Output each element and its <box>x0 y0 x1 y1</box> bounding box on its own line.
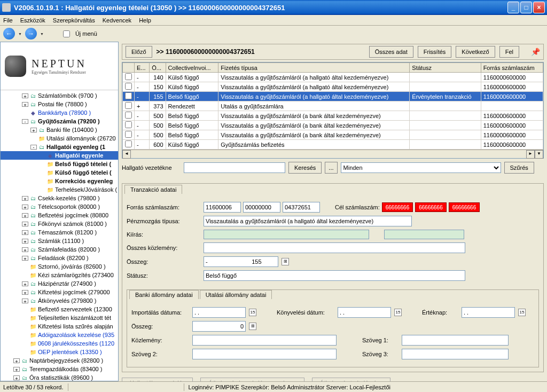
minimize-button[interactable]: _ <box>507 2 519 13</box>
filter-button[interactable]: Szűrés <box>504 162 534 174</box>
up-button[interactable]: Fel <box>499 46 519 58</box>
expand-icon[interactable]: + <box>22 299 28 303</box>
sz3-field[interactable] <box>402 349 509 359</box>
refresh-button[interactable]: Frissítés <box>418 46 452 58</box>
table-row[interactable]: - 500 Belső függő Visszautalás a gyűjtős… <box>123 130 543 140</box>
expand-icon[interactable]: - <box>22 119 28 124</box>
expand-icon[interactable]: + <box>30 128 37 132</box>
prev-button[interactable]: Előző <box>126 46 152 58</box>
pin-icon[interactable]: 📌 <box>531 48 540 56</box>
book-field[interactable] <box>338 307 391 318</box>
src-account-3[interactable] <box>283 202 320 213</box>
tree-item[interactable]: +🗂Számlafeladás (82000 ) <box>1 245 118 254</box>
scroll-right-icon[interactable]: ► <box>526 150 535 159</box>
column-header[interactable]: CollectiveInvoi... <box>166 63 218 73</box>
komm-field[interactable] <box>204 242 465 253</box>
scroll-left-icon[interactable]: ◄ <box>122 150 131 159</box>
row-checkbox[interactable] <box>125 131 132 138</box>
tree-item[interactable]: 📁Kézi számlarögzítés (273400 <box>1 271 118 279</box>
calendar-icon[interactable]: 15 <box>518 309 526 316</box>
tree-item[interactable]: +🗂Postai file (78800 ) <box>1 100 118 108</box>
tree-item[interactable]: 📁Teljesítetlen kiszámlázott tét <box>1 313 118 322</box>
tree-item[interactable]: +🗂Kifizetési jogcímek (279000 <box>1 288 118 296</box>
tree-item[interactable]: 📁Utalási állományok (26720 <box>1 134 118 143</box>
nav-forward-button[interactable]: → <box>25 28 37 40</box>
tree-item[interactable]: +🗂Számlák (11100 ) <box>1 237 118 245</box>
tree-item[interactable]: +🗂Témaszámok (81200 ) <box>1 228 118 237</box>
tab-bank[interactable]: Banki állomány adatai <box>129 290 199 299</box>
src-account-2[interactable] <box>243 202 280 213</box>
row-checkbox[interactable] <box>125 92 132 99</box>
sum-field[interactable] <box>204 256 278 267</box>
row-checkbox[interactable] <box>125 102 132 109</box>
tree-item[interactable]: 📁Belső függő tételei ( <box>1 160 118 168</box>
table-row[interactable]: - 500 Belső függő Visszautalás a gyűjtős… <box>123 121 543 130</box>
menu-tools[interactable]: Eszközök <box>20 17 45 23</box>
calendar-icon[interactable]: 15 <box>394 309 402 316</box>
tree-item[interactable]: 📁Sztornó, jóváírás (82600 ) <box>1 262 118 271</box>
tree-item[interactable]: 📁0608 járulékösszesítés (1120 <box>1 339 118 348</box>
expand-icon[interactable]: + <box>13 367 20 372</box>
maximize-button[interactable]: □ <box>520 2 532 13</box>
table-row[interactable]: - 155 Belső függő Visszautalás a gyűjtős… <box>123 92 543 101</box>
grid-scrollbar[interactable]: ◄ ► ▼ <box>122 150 543 158</box>
tab-transaction[interactable]: Tranzakció adatai <box>124 185 182 194</box>
row-checkbox[interactable] <box>125 83 132 90</box>
expand-icon[interactable]: + <box>22 93 28 98</box>
column-header[interactable]: Forrás számlaszám <box>481 63 543 73</box>
tab-utal[interactable]: Utalási állomány adatai <box>200 290 272 299</box>
tree-item[interactable]: +🗂Házipénztár (274900 ) <box>1 279 118 288</box>
menu-roles[interactable]: Szerepkörváltás <box>53 17 95 23</box>
nav-forward-dropdown-icon[interactable]: ▼ <box>40 32 44 36</box>
status-field[interactable] <box>204 270 465 281</box>
column-header[interactable] <box>123 63 135 73</box>
sz2-field[interactable] <box>192 349 337 359</box>
expand-icon[interactable]: + <box>22 205 28 209</box>
nav-back-dropdown-icon[interactable]: ▼ <box>18 32 22 36</box>
sz1-field[interactable] <box>402 335 509 346</box>
komm2-field[interactable] <box>192 335 337 346</box>
row-checkbox[interactable] <box>125 140 132 147</box>
table-row[interactable]: + 373 Rendezett Utalás a gyűjtőszámlára <box>123 101 543 111</box>
search-button[interactable]: Keresés <box>288 162 322 174</box>
tree-item[interactable]: +🗂Főkönyvi számok (81000 ) <box>1 219 118 228</box>
ki-field[interactable] <box>204 230 369 239</box>
val-field[interactable] <box>462 307 515 318</box>
search-input[interactable] <box>184 162 285 173</box>
tree-item[interactable]: ◆Hallgatói egyenle <box>1 151 118 160</box>
expand-icon[interactable]: + <box>22 230 28 235</box>
src-account-1[interactable] <box>204 202 241 213</box>
tree-item[interactable]: -🗂Gyűjtőszámla (79200 ) <box>1 117 118 126</box>
tree-item[interactable]: 📁Befizető szervezetek (12300 <box>1 305 118 313</box>
menu-file[interactable]: File <box>3 17 13 23</box>
ki-field-2[interactable] <box>384 230 464 239</box>
expand-icon[interactable]: + <box>22 222 28 226</box>
expand-icon[interactable]: - <box>30 145 37 150</box>
imp-field[interactable] <box>192 307 246 318</box>
table-row[interactable]: - 600 Külső függő Gyűjtőszámlás befizeté… <box>123 140 543 150</box>
expand-icon[interactable]: + <box>22 256 28 261</box>
column-header[interactable]: Fizetés típusa <box>218 63 410 73</box>
row-checkbox[interactable] <box>125 112 132 119</box>
column-header[interactable]: E... <box>135 63 150 73</box>
expand-icon[interactable]: + <box>22 281 28 286</box>
next-button[interactable]: Következő <box>456 46 495 58</box>
sum2-field[interactable] <box>192 321 246 332</box>
table-row[interactable]: - 140 Külső függő Visszautalás a gyűjtős… <box>123 73 543 82</box>
tree-item[interactable]: 📁Adóigazolások kezelése (935 <box>1 331 118 339</box>
expand-icon[interactable]: + <box>13 358 20 363</box>
table-row[interactable]: - 500 Belső függő Visszautalás a gyűjtős… <box>123 111 543 121</box>
tree-item[interactable]: +🗂Óra statisztikák (89600 ) <box>1 373 118 381</box>
tree-item[interactable]: -🗂Hallgatói egyenleg (1 <box>1 143 118 151</box>
expand-icon[interactable]: + <box>22 290 28 295</box>
tree-item[interactable]: +🗂Feladások (82200 ) <box>1 254 118 262</box>
filter-select[interactable]: Minden <box>341 162 501 173</box>
expand-icon[interactable]: + <box>22 213 28 218</box>
tree-item[interactable]: +🗂Naptárbejegyzések (82800 ) <box>1 356 118 365</box>
tree-item[interactable]: 📁Külső függő tételei ( <box>1 168 118 177</box>
row-checkbox[interactable] <box>125 73 132 80</box>
row-checkbox[interactable] <box>125 121 132 128</box>
column-header[interactable]: Státusz <box>410 63 481 73</box>
menu-fav[interactable]: Kedvencek <box>103 17 131 23</box>
new-menu-checkbox[interactable] <box>63 30 70 37</box>
